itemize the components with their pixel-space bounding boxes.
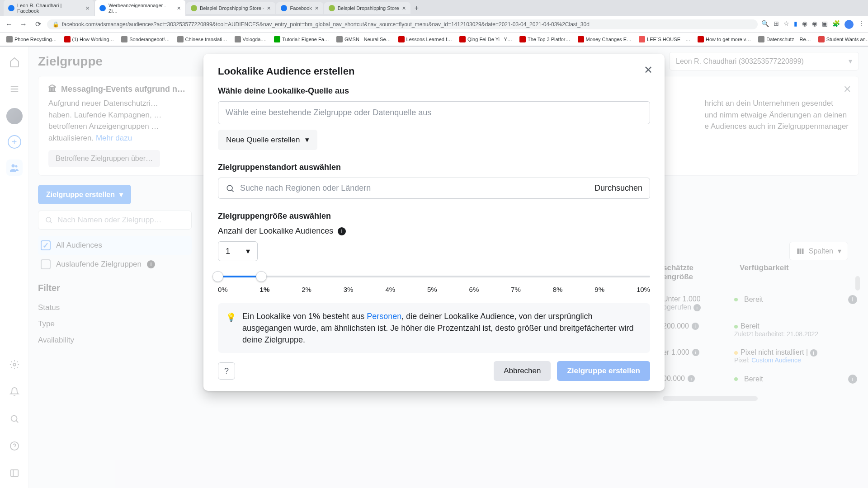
facebook-icon [8,5,14,11]
bookmark-favicon [6,36,13,42]
browse-link[interactable]: Durchsuchen [594,183,642,193]
avatar-icon[interactable] [844,20,854,29]
bookmark[interactable]: How to get more v… [695,35,754,44]
url-bar[interactable]: 🔒facebook.com/adsmanager/audiences?act=3… [47,19,758,29]
count-label: Anzahl der Lookalike Audiences [218,226,333,236]
bookmark[interactable]: The Top 3 Platfor… [517,35,573,44]
source-placeholder: Wähle eine bestehende Zielgruppe oder Da… [226,108,431,117]
bookmark[interactable]: Qing Fei De Yi - Y… [457,35,515,44]
bookmark-favicon [64,36,71,42]
bookmark-favicon [698,36,704,42]
ext-icon[interactable]: ◉ [802,20,807,29]
browser-tab[interactable]: Beispiel Dropshipping Store -✕ [186,2,275,14]
new-source-label: Neue Quelle erstellen [226,136,300,145]
count-value: 1 [226,247,230,256]
close-icon[interactable]: ✕ [315,5,319,11]
close-icon[interactable]: ✕ [177,5,181,11]
bookmark-favicon [177,36,184,42]
bookmark-favicon [519,36,526,42]
count-select[interactable]: 1 ▾ [218,241,258,261]
slider-labels: 0% 1% 2% 3% 4% 5% 6% 7% 8% 9% 10% [218,286,650,293]
source-input[interactable]: Wähle eine bestehende Zielgruppe oder Da… [218,101,650,124]
bookmark-favicon [274,36,280,42]
bookmark[interactable]: Phone Recycling… [4,35,60,44]
reload-button[interactable]: ⟳ [33,19,43,30]
bookmark-favicon [639,36,645,42]
bookmark-favicon [235,36,241,42]
bookmark[interactable]: Chinese translati… [175,35,230,44]
fb-icon[interactable]: ▮ [794,20,797,29]
location-input[interactable]: Suche nach Regionen oder Ländern Durchsu… [218,178,650,199]
bookmark-favicon [578,36,584,42]
facebook-icon [99,5,106,11]
size-section-title: Zielgruppengröße auswählen [218,211,650,221]
slider-label: 0% [218,286,228,293]
lightbulb-icon: 💡 [226,311,236,346]
persons-link[interactable]: Personen [367,312,401,321]
app-container: + Zielgruppe Leon R. Chaudhari (30325357… [0,47,868,488]
ext-icon[interactable]: ◉ [812,20,817,29]
url-bar-row: ← → ⟳ 🔒facebook.com/adsmanager/audiences… [0,16,868,33]
count-row: Anzahl der Lookalike Audiences i [218,226,650,236]
slider-label: 5% [427,286,437,293]
bookmark[interactable]: Student Wants an… [816,35,868,44]
new-tab-button[interactable]: + [411,3,422,14]
close-icon[interactable]: ✕ [85,5,90,11]
browser-tab[interactable]: Werbeanzeigenmanager - Zi…✕ [95,0,185,16]
create-audience-button[interactable]: Zielgruppe erstellen [557,361,650,381]
ext-icon[interactable]: 🧩 [832,20,840,29]
bookmark[interactable]: Money Changes E… [575,35,635,44]
shop-icon [191,5,197,11]
ext-icon[interactable]: ▣ [822,20,828,29]
bookmark[interactable]: GMSN - Neural Se… [334,35,394,44]
bookmark[interactable]: LEE´S HOUSE—… [636,35,693,44]
close-icon[interactable]: ✕ [402,5,406,11]
tab-label: Facebook [290,5,311,11]
bookmark-favicon [336,36,343,42]
back-button[interactable]: ← [4,19,14,30]
forward-button[interactable]: → [18,19,29,30]
bookmark-favicon [121,36,127,42]
bookmark[interactable]: Sonderangebot!… [118,35,172,44]
info-icon[interactable]: i [338,227,346,235]
size-slider[interactable]: 0% 1% 2% 3% 4% 5% 6% 7% 8% 9% 10% [218,276,650,293]
new-source-button[interactable]: Neue Quelle erstellen ▾ [218,130,317,150]
slider-label: 1% [260,286,270,293]
bookmark[interactable]: (1) How Working… [61,35,117,44]
bookmark[interactable]: Datenschutz – Re… [755,35,813,44]
bookmark-label: Qing Fei De Yi - Y… [467,37,512,42]
cancel-button[interactable]: Abbrechen [494,361,551,381]
svg-line-17 [231,190,233,192]
info-box: 💡 Ein Lookalike von 1% besteht aus Perso… [218,303,650,353]
bookmark-label: LEE´S HOUSE—… [647,37,690,42]
bookmark-label: (1) How Working… [72,37,114,42]
bookmark[interactable]: Lessons Learned f… [396,35,455,44]
source-section-title: Wähle deine Lookalike-Quelle aus [218,86,650,96]
bookmark[interactable]: Tutorial: Eigene Fa… [271,35,332,44]
close-icon[interactable]: ✕ [267,5,271,11]
bookmark-favicon [398,36,405,42]
url-text: facebook.com/adsmanager/audiences?act=30… [62,21,590,28]
star-icon[interactable]: ☆ [783,20,789,29]
gift-icon[interactable]: ⊞ [774,20,779,29]
slider-handle-min[interactable] [212,271,223,282]
help-button[interactable]: ? [218,362,235,380]
bookmark-favicon [459,36,466,42]
bookmark[interactable]: Vologda.… [232,35,270,44]
menu-icon[interactable]: ⋮ [858,20,864,29]
modal-overlay: Lookalike Audience erstellen ✕ Wähle dei… [0,47,868,488]
slider-handle-max[interactable] [256,271,267,282]
zoom-icon[interactable]: 🔍 [761,20,769,29]
slider-label: 4% [385,286,395,293]
tab-label: Beispiel Dropshipping Store - [200,5,264,11]
browser-tab[interactable]: Beispiel Dropshipping Store✕ [324,2,410,14]
tab-strip: Leon R. Chaudhari | Facebook✕ Werbeanzei… [0,0,868,16]
slider-label: 6% [469,286,479,293]
bookmark-favicon [818,36,825,42]
browser-tab[interactable]: Facebook✕ [276,2,323,14]
slider-track [218,276,650,277]
browser-tab[interactable]: Leon R. Chaudhari | Facebook✕ [4,0,94,16]
lookalike-modal: Lookalike Audience erstellen ✕ Wähle dei… [203,54,665,391]
close-icon[interactable]: ✕ [644,64,653,76]
slider-label: 2% [302,286,311,293]
